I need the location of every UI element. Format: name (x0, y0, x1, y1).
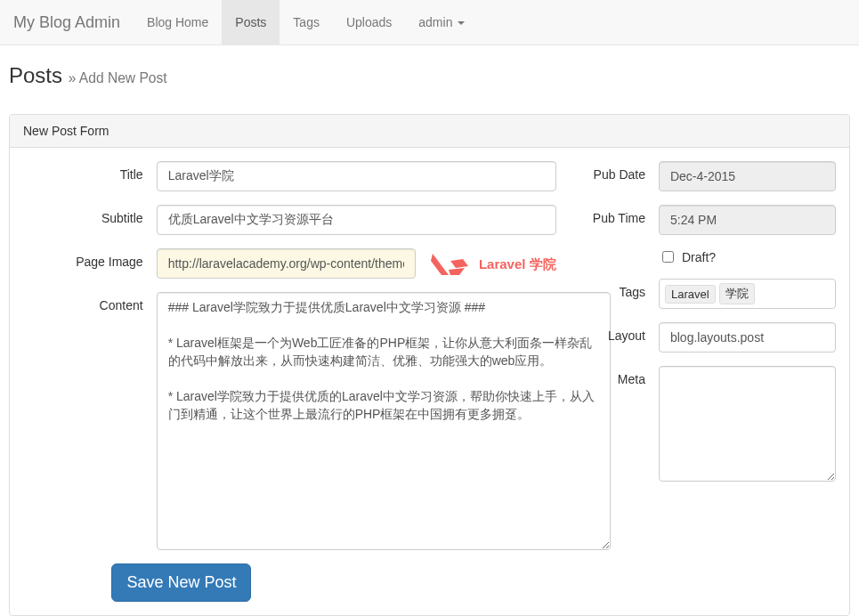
tag-item[interactable]: Laravel (665, 285, 716, 304)
pub-date-input[interactable] (659, 161, 836, 191)
draft-checkbox-label[interactable]: Draft? (659, 248, 716, 265)
nav-link-tags[interactable]: Tags (280, 0, 333, 45)
nav-link-uploads[interactable]: Uploads (333, 0, 405, 45)
panel: New Post Form Title Subtitle (9, 114, 850, 616)
content-label: Content (23, 292, 157, 312)
navbar: My Blog Admin Blog Home Posts Tags Uploa… (0, 0, 859, 45)
subtitle-input[interactable] (157, 205, 556, 235)
page-image-thumbnail-label: Laravel 学院 (479, 256, 556, 273)
layout-label: Layout (583, 322, 659, 343)
pub-date-label: Pub Date (583, 161, 659, 182)
page-image-input[interactable] (157, 248, 416, 279)
page-header: Posts » Add New Post (9, 63, 850, 96)
pub-time-label: Pub Time (583, 205, 659, 225)
content-textarea[interactable] (157, 292, 611, 550)
draft-checkbox[interactable] (662, 251, 674, 263)
save-new-post-button[interactable]: Save New Post (111, 563, 251, 602)
meta-textarea[interactable] (659, 366, 836, 482)
navbar-links: Blog Home Posts Tags Uploads (134, 0, 405, 45)
tags-input[interactable]: Laravel 学院 (659, 279, 836, 309)
nav-user-dropdown[interactable]: admin (405, 0, 478, 45)
meta-label: Meta (583, 366, 659, 386)
laravel-logo-icon (429, 252, 472, 277)
nav-link-blog-home[interactable]: Blog Home (134, 0, 222, 45)
layout-input[interactable] (659, 322, 836, 353)
page-image-label: Page Image (23, 248, 157, 269)
panel-heading: New Post Form (10, 115, 849, 148)
pub-time-input[interactable] (659, 205, 836, 235)
title-label: Title (23, 161, 157, 182)
page-image-thumbnail: Laravel 学院 (429, 252, 556, 277)
title-input[interactable] (157, 161, 556, 191)
page-title: Posts (9, 63, 62, 87)
caret-down-icon (458, 21, 465, 25)
page-subtitle: » Add New Post (69, 70, 167, 85)
tag-item[interactable]: 学院 (719, 283, 755, 304)
nav-user-label: admin (418, 15, 452, 29)
draft-label-text: Draft? (682, 250, 716, 264)
subtitle-label: Subtitle (23, 205, 157, 225)
navbar-brand[interactable]: My Blog Admin (0, 0, 134, 45)
nav-link-posts[interactable]: Posts (222, 0, 280, 45)
tags-label: Tags (583, 279, 659, 299)
